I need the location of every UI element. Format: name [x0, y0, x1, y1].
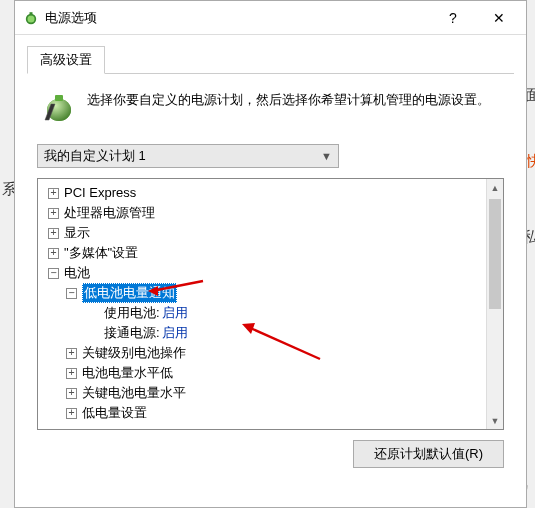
expander-expanded-icon[interactable]: − [66, 288, 77, 299]
tree-item[interactable]: +"多媒体"设置 [40, 243, 484, 263]
tree-item-value: 启用 [162, 303, 188, 323]
background-text: 快 [526, 152, 535, 171]
expander-expanded-icon[interactable]: − [48, 268, 59, 279]
tree-item-label: 低电池电量通知 [82, 283, 177, 303]
tree-viewport: +PCI Express+处理器电源管理+显示+"多媒体"设置−电池−低电池电量… [38, 179, 486, 429]
tree-item[interactable]: −低电池电量通知 [40, 283, 484, 303]
expander-collapsed-icon[interactable]: + [66, 388, 77, 399]
tree-item-label: 电池电量水平低 [82, 363, 173, 383]
expander-collapsed-icon[interactable]: + [48, 228, 59, 239]
tree-item[interactable]: −电池 [40, 263, 484, 283]
svg-point-1 [28, 15, 35, 22]
tree-item[interactable]: +关键电池电量水平 [40, 383, 484, 403]
tree-item-label: "多媒体"设置 [64, 243, 138, 263]
tree-item[interactable]: +低电量设置 [40, 403, 484, 423]
chevron-down-icon: ▼ [321, 150, 332, 162]
tree-item[interactable]: +PCI Express [40, 183, 484, 203]
help-button[interactable]: ? [430, 4, 476, 32]
close-button[interactable]: ✕ [476, 4, 522, 32]
power-options-dialog: 电源选项 ? ✕ 高级设置 [14, 0, 527, 508]
power-plan-selected: 我的自定义计划 1 [44, 147, 146, 165]
tree-item-label: 关键级别电池操作 [82, 343, 186, 363]
power-icon [23, 10, 39, 26]
window-title: 电源选项 [45, 9, 430, 27]
titlebar: 电源选项 ? ✕ [15, 1, 526, 35]
expander-collapsed-icon[interactable]: + [48, 208, 59, 219]
tree-item-value: 启用 [162, 323, 188, 343]
tree-item[interactable]: 接通电源: 启用 [40, 323, 484, 343]
tab-advanced-settings[interactable]: 高级设置 [27, 46, 105, 74]
dialog-footer: 还原计划默认值(R) [27, 440, 514, 468]
battery-icon [41, 90, 77, 126]
scroll-thumb[interactable] [489, 199, 501, 309]
svg-rect-2 [30, 12, 33, 15]
tab-strip: 高级设置 [27, 45, 514, 74]
tree-item[interactable]: +电池电量水平低 [40, 363, 484, 383]
description-row: 选择你要自定义的电源计划，然后选择你希望计算机管理的电源设置。 [27, 74, 514, 136]
tree-item-label: 显示 [64, 223, 90, 243]
expander-collapsed-icon[interactable]: + [48, 188, 59, 199]
tree-item-label: 关键电池电量水平 [82, 383, 186, 403]
restore-defaults-button[interactable]: 还原计划默认值(R) [353, 440, 504, 468]
expander-collapsed-icon[interactable]: + [66, 408, 77, 419]
power-plan-select[interactable]: 我的自定义计划 1 ▼ [37, 144, 339, 168]
tree-item-label: 使用电池: [104, 303, 160, 323]
tree-item[interactable]: 使用电池: 启用 [40, 303, 484, 323]
settings-tree: +PCI Express+处理器电源管理+显示+"多媒体"设置−电池−低电池电量… [37, 178, 504, 430]
description-text: 选择你要自定义的电源计划，然后选择你希望计算机管理的电源设置。 [87, 90, 490, 126]
tree-item[interactable]: +关键级别电池操作 [40, 343, 484, 363]
expander-collapsed-icon[interactable]: + [66, 348, 77, 359]
expander-collapsed-icon[interactable]: + [66, 368, 77, 379]
tree-item[interactable]: +处理器电源管理 [40, 203, 484, 223]
tree-item-label: PCI Express [64, 183, 136, 203]
tree-item-label: 处理器电源管理 [64, 203, 155, 223]
tree-item-label: 电池 [64, 263, 90, 283]
tree-item-label: 接通电源: [104, 323, 160, 343]
scroll-down-button[interactable]: ▼ [487, 412, 503, 429]
tree-item[interactable]: +显示 [40, 223, 484, 243]
tree-item-label: 低电量设置 [82, 403, 147, 423]
svg-rect-5 [55, 95, 63, 101]
dialog-content: 高级设置 选择你要自定义的电源计划，然后选择你希望计算机管 [15, 35, 526, 507]
expander-collapsed-icon[interactable]: + [48, 248, 59, 259]
tree-scrollbar[interactable]: ▲ ▼ [486, 179, 503, 429]
scroll-up-button[interactable]: ▲ [487, 179, 503, 196]
